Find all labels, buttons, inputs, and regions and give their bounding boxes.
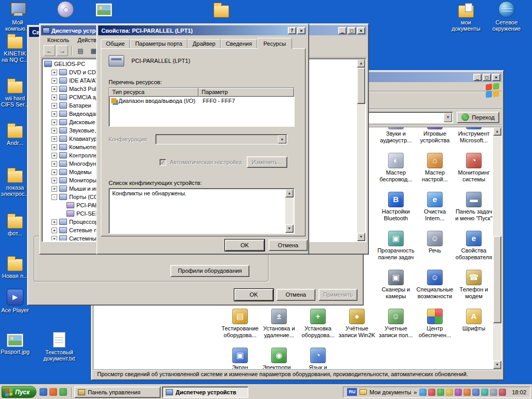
help-button[interactable]: ?	[288, 27, 296, 34]
quick-launch-3-icon[interactable]	[59, 388, 67, 396]
close-button[interactable]: ×	[492, 74, 500, 81]
control-panel-item[interactable]: eСвойства обозревателя	[455, 231, 493, 261]
tray-icon-4[interactable]	[446, 389, 453, 396]
tree-scrollbar[interactable]: ▲ ▼	[357, 59, 365, 241]
tree-expander-icon[interactable]: +	[51, 128, 57, 134]
tree-expander-icon[interactable]: +	[51, 78, 57, 84]
desktop-icon-andr[interactable]: Andr...	[0, 122, 30, 146]
tab-общие[interactable]: Общие	[101, 39, 130, 48]
desktop-icon-network-places[interactable]: Сетевое окружение	[484, 1, 529, 32]
tree-expander-icon[interactable]: +	[51, 186, 57, 192]
quick-launch-2-icon[interactable]	[49, 388, 57, 396]
desktop-icon-wii-hard[interactable]: wii hard CIFS Ser...	[0, 77, 30, 108]
tree-expander-icon[interactable]: +	[51, 95, 57, 100]
desktop-icon-novaya[interactable]: Новая п...	[0, 255, 30, 279]
tree-expander-icon[interactable]: +	[51, 236, 57, 241]
control-panel-item[interactable]: BНастройки Bluetooth	[377, 192, 415, 222]
tree-expander-icon[interactable]: +	[51, 119, 57, 125]
control-panel-item[interactable]: ☺Специальные возможности	[416, 270, 454, 300]
scroll-down-icon[interactable]: ▼	[357, 233, 365, 241]
tree-expander-icon[interactable]: +	[51, 219, 57, 225]
control-panel-item[interactable]: ◐Мастер беспровод...	[377, 153, 415, 183]
control-panel-item[interactable]: ◔Мониторинг системы	[455, 153, 493, 183]
tray-icon-10[interactable]	[499, 389, 506, 396]
ok-button[interactable]: OK	[234, 289, 273, 301]
menu-item-консоль[interactable]: Консоль	[43, 36, 73, 44]
tree-expander-icon[interactable]: +	[51, 70, 57, 75]
scroll-thumb[interactable]	[493, 236, 501, 323]
desktop-icon-text-doc[interactable]: Текстовый документ.txt	[42, 331, 77, 362]
control-panel-item[interactable]: ▣Экран	[221, 348, 259, 369]
cancel-button[interactable]: Отмена	[269, 240, 308, 251]
control-panel-item[interactable]: ▣Сканеры и камеры	[377, 270, 415, 300]
tab-параметры порта[interactable]: Параметры порта	[130, 39, 188, 48]
tray-icon-1[interactable]	[419, 389, 427, 396]
tree-expander-icon[interactable]: +	[51, 178, 57, 183]
tray-icon-5[interactable]	[455, 389, 462, 396]
minimize-button[interactable]: _	[338, 27, 347, 34]
control-panel-item[interactable]: ☺Учетные записи пол...	[377, 309, 415, 339]
my-documents-toolbar[interactable]: Мои документы	[369, 389, 411, 395]
ok-button[interactable]: OK	[225, 240, 264, 251]
close-button[interactable]: ×	[357, 27, 365, 34]
scroll-up-icon[interactable]: ▲	[285, 189, 294, 197]
tree-expander-icon[interactable]: +	[51, 161, 57, 167]
tab-драйвер[interactable]: Драйвер	[188, 39, 221, 48]
forward-button[interactable]: →	[57, 45, 68, 56]
tab-сведения[interactable]: Сведения	[221, 39, 257, 48]
vertical-scrollbar[interactable]: ▲ ▼	[493, 127, 501, 369]
desktop-icon-disc[interactable]	[51, 1, 80, 19]
dialog-titlebar[interactable]: Свойства: PCI-PARALLEL (LPT1) ? ×	[98, 25, 307, 35]
control-panel-item[interactable]: ♪Звуки и аудиоустр...	[377, 127, 415, 144]
hardware-profiles-button[interactable]: Профили оборудования	[170, 265, 249, 277]
tray-icon-6[interactable]	[463, 389, 471, 396]
desktop-icon-folder-top[interactable]	[207, 1, 236, 19]
control-panel-item[interactable]: ▤Тестирование оборудова...	[221, 309, 259, 339]
combo-dropdown-icon[interactable]: ▼	[444, 113, 452, 122]
close-button[interactable]: ×	[297, 27, 305, 34]
control-panel-item[interactable]: ◉Электропи...	[260, 348, 298, 369]
back-button[interactable]: ←	[44, 45, 55, 56]
control-panel-item[interactable]: ▣Прозрачность панели задач	[377, 231, 415, 261]
tray-icon-2[interactable]	[428, 389, 435, 396]
scroll-up-icon[interactable]: ▲	[493, 127, 501, 136]
chevron-icon[interactable]: »	[414, 389, 417, 395]
maximize-button[interactable]: □	[483, 74, 491, 81]
desktop-icon-kinetik[interactable]: KINETIK на NQ C...	[0, 32, 30, 63]
tree-expander-icon[interactable]: +	[51, 144, 57, 150]
desktop-icon-fot[interactable]: фот...	[0, 212, 30, 236]
column-header-param[interactable]: Параметр	[198, 88, 294, 97]
control-panel-item[interactable]: ⌂Мастер настрой...	[416, 153, 454, 183]
quick-launch-1-icon[interactable]	[39, 388, 47, 396]
tree-expander-icon[interactable]: +	[51, 111, 57, 117]
control-panel-item[interactable]: +Установка оборудова...	[299, 309, 337, 339]
scroll-thumb[interactable]	[357, 68, 365, 104]
task-button-device-manager[interactable]: Диспетчер устройств	[162, 387, 248, 398]
table-row[interactable]: Диапазон ввода/вывода (I/O) FFF0 - FFF7	[109, 97, 294, 105]
language-indicator[interactable]: RU	[347, 388, 357, 396]
minimize-button[interactable]: _	[473, 74, 482, 81]
desktop-icon-my-documents[interactable]: мои документы	[446, 1, 486, 32]
control-panel-item[interactable]: ◔Язык и	[299, 348, 337, 369]
tree-expander-icon[interactable]: +	[51, 103, 57, 109]
control-panel-item[interactable]: Центр обеспечен...	[416, 309, 454, 339]
control-panel-item[interactable]: ▬Панель задач и меню "Пуск"	[455, 192, 493, 222]
tree-expander-icon[interactable]: +	[51, 136, 57, 142]
desktop-icon-pokaza[interactable]: показа электрос...	[0, 166, 30, 197]
control-panel-item[interactable]: ◉Игровые устройства	[416, 127, 454, 144]
tray-icon-7[interactable]	[472, 389, 480, 396]
maximize-button[interactable]: □	[348, 27, 356, 34]
show-console-tree-button[interactable]: ▤	[75, 45, 86, 56]
control-panel-item[interactable]: ±Установка и удаление...	[260, 309, 298, 339]
desktop-icon-ace-player[interactable]: Ace Player	[0, 289, 30, 313]
tree-expander-icon[interactable]: +	[51, 86, 57, 92]
control-panel-item[interactable]: ●Учётные записи Win2K	[338, 309, 376, 339]
tray-icon-3[interactable]	[437, 389, 444, 396]
control-panel-item[interactable]: ☎Телефон и модем	[455, 270, 493, 300]
control-panel-item[interactable]: AШрифты	[455, 309, 493, 332]
start-button[interactable]: Пуск	[2, 386, 36, 398]
conflicts-scrollbar[interactable]: ▲ ▼	[285, 189, 294, 233]
scroll-down-icon[interactable]: ▼	[493, 361, 501, 369]
tree-expander-icon[interactable]: +	[51, 228, 57, 233]
control-panel-item[interactable]: MИнструмент Microsoft...	[455, 127, 493, 144]
